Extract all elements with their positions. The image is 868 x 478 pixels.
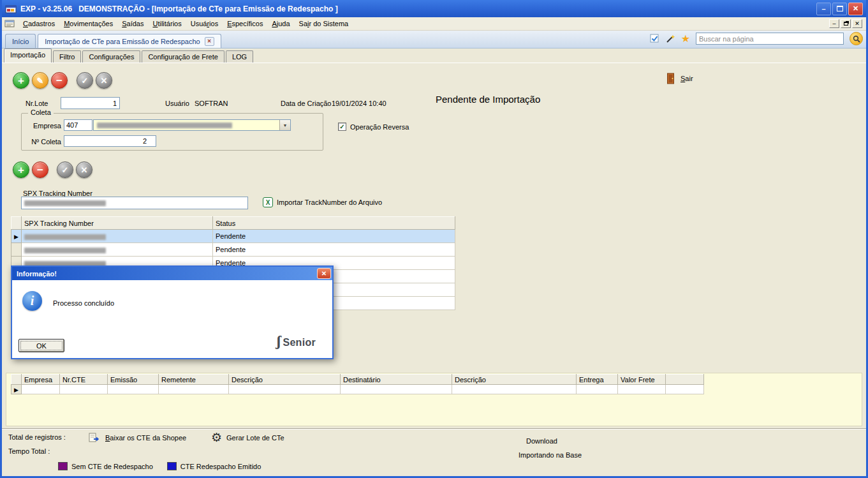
delete-tracking-button[interactable]: − bbox=[32, 161, 48, 178]
minimize-icon: – bbox=[821, 5, 825, 13]
menu-item[interactable]: Sair do Sistema bbox=[295, 18, 353, 29]
cte-cell bbox=[60, 385, 108, 394]
menu-item[interactable]: Cadastros bbox=[18, 18, 59, 29]
confirm-tracking-button[interactable]: ✓ bbox=[57, 161, 73, 178]
redacted-tracking-number bbox=[24, 234, 106, 240]
subtab-strip: ImportaçãoFiltroConfiguraçõesConfiguraçã… bbox=[2, 49, 866, 63]
edit-lote-button[interactable]: ✎ bbox=[32, 72, 48, 89]
close-button[interactable]: ✕ bbox=[848, 3, 863, 15]
search-icon[interactable] bbox=[850, 32, 863, 45]
menu-item[interactable]: Saídas bbox=[117, 18, 148, 29]
import-tracknumber-link[interactable]: X Importar TrackNumber do Arquivo bbox=[263, 197, 382, 207]
cancel-lote-button[interactable]: ✕ bbox=[96, 72, 112, 89]
empresa-combobox[interactable]: ▼ bbox=[93, 119, 291, 131]
title-bar: EXP - v3.25.06 DEMONSTRAÇÃO - [Importaçã… bbox=[2, 0, 866, 17]
column-header[interactable]: Valor Frete bbox=[618, 375, 666, 385]
column-header[interactable]: Descrição bbox=[229, 375, 341, 385]
subtab-log[interactable]: LOG bbox=[226, 50, 253, 63]
operacao-reversa-checkbox[interactable]: ✓ Operação Reversa bbox=[338, 123, 409, 131]
row-gutter: ▶ bbox=[11, 385, 22, 394]
spx-tracking-input[interactable] bbox=[21, 197, 248, 209]
legend-item: CTE Redespacho Emitido bbox=[167, 462, 261, 470]
maximize-icon bbox=[837, 6, 843, 11]
usuario-label: Usuário bbox=[165, 100, 189, 107]
column-header[interactable]: Status bbox=[213, 217, 455, 230]
plus-icon: + bbox=[18, 75, 24, 86]
minimize-button[interactable]: – bbox=[816, 3, 831, 15]
combo-dropdown-button[interactable]: ▼ bbox=[279, 120, 290, 130]
mdi-restore-button[interactable] bbox=[841, 19, 851, 28]
row-gutter bbox=[11, 243, 22, 257]
window-title: EXP - v3.25.06 DEMONSTRAÇÃO - [Importaçã… bbox=[20, 4, 813, 13]
exit-button-label: Sair bbox=[680, 75, 693, 82]
excel-import-icon: X bbox=[263, 197, 273, 207]
column-header[interactable]: Destinatário bbox=[341, 375, 452, 385]
x-icon: ✕ bbox=[101, 77, 108, 85]
subtab-configura-o-de-frete[interactable]: Configuração de Frete bbox=[142, 50, 224, 63]
nr-lote-input[interactable] bbox=[61, 97, 120, 109]
pencil-icon: ✎ bbox=[37, 77, 44, 85]
menu-bar: CadastrosMovimentaçõesSaídasUtilitáriosU… bbox=[2, 17, 866, 31]
check-icon: ✓ bbox=[339, 124, 344, 130]
dialog-title-bar[interactable]: Informação! ✕ bbox=[12, 267, 332, 280]
maximize-button[interactable] bbox=[832, 3, 847, 15]
cte-cell bbox=[108, 385, 159, 394]
menu-item[interactable]: Utilitários bbox=[148, 18, 186, 29]
subtab-filtro[interactable]: Filtro bbox=[53, 50, 81, 63]
cte-cell bbox=[666, 385, 704, 394]
menu-item[interactable]: Ajuda bbox=[267, 18, 294, 29]
wand-icon[interactable] bbox=[665, 34, 675, 44]
cte-cell bbox=[22, 385, 60, 394]
mdi-close-button[interactable]: ✕ bbox=[852, 19, 862, 28]
legend-label: Sem CTE de Redespacho bbox=[71, 463, 153, 470]
menu-item[interactable]: Movimentações bbox=[59, 18, 117, 29]
cte-row-empty[interactable]: ▶ bbox=[11, 385, 704, 394]
tracking-row[interactable]: Pendente bbox=[11, 243, 455, 257]
check-icon: ✓ bbox=[82, 77, 89, 85]
mdi-minimize-button[interactable]: – bbox=[829, 19, 839, 28]
cte-table-header: EmpresaNr.CTEEmissãoRemetenteDescriçãoDe… bbox=[11, 375, 704, 385]
column-header[interactable]: Emissão bbox=[108, 375, 159, 385]
column-header[interactable]: SPX Tracking Number bbox=[22, 217, 213, 230]
nr-coleta-input[interactable] bbox=[64, 135, 156, 147]
exit-button[interactable]: Sair bbox=[666, 73, 693, 84]
column-header[interactable]: Empresa bbox=[22, 375, 60, 385]
page-search-input[interactable] bbox=[696, 33, 844, 45]
column-header[interactable]: Entrega bbox=[577, 375, 618, 385]
cte-cell bbox=[452, 385, 577, 394]
subtab-configura-es[interactable]: Configurações bbox=[82, 50, 140, 63]
confirm-lote-button[interactable]: ✓ bbox=[77, 72, 93, 89]
gerar-lote-button[interactable]: ⚙ Gerar Lote de CTe bbox=[211, 431, 284, 444]
plus-icon: + bbox=[18, 165, 24, 176]
empresa-code-input[interactable] bbox=[64, 119, 92, 131]
close-icon: ✕ bbox=[855, 21, 860, 27]
menu-item[interactable]: Específicos bbox=[223, 18, 267, 29]
tracking-number-cell bbox=[22, 243, 213, 257]
column-header[interactable]: Nr.CTE bbox=[60, 375, 108, 385]
checkbox-box: ✓ bbox=[338, 123, 346, 131]
restore-icon bbox=[844, 22, 848, 26]
add-tracking-button[interactable]: + bbox=[13, 161, 29, 178]
legend-swatch bbox=[58, 462, 68, 470]
cte-cell bbox=[229, 385, 341, 394]
tracking-row[interactable]: ▶Pendente bbox=[11, 230, 455, 243]
menu-item[interactable]: Usuários bbox=[186, 18, 223, 29]
menu-items: CadastrosMovimentaçõesSaídasUtilitáriosU… bbox=[18, 18, 353, 29]
delete-lote-button[interactable]: − bbox=[51, 72, 68, 89]
column-header[interactable]: Descrição bbox=[452, 375, 577, 385]
legend-swatch bbox=[167, 462, 177, 470]
favorites-star-icon[interactable]: ★ bbox=[681, 34, 690, 44]
close-icon: ✕ bbox=[853, 4, 858, 13]
tab-bar-tools: ★ bbox=[650, 32, 863, 48]
add-lote-button[interactable]: + bbox=[13, 72, 29, 89]
tab-close-button[interactable]: ✕ bbox=[205, 37, 214, 46]
ok-button[interactable]: OK bbox=[18, 339, 64, 352]
tab-importacao-cte[interactable]: Importação de CTe para Emissão de Redesp… bbox=[38, 34, 221, 48]
subtab-importa-o[interactable]: Importação bbox=[4, 49, 52, 63]
tab-inicio[interactable]: Início bbox=[5, 34, 36, 48]
column-header[interactable]: Remetente bbox=[159, 375, 229, 385]
dialog-close-button[interactable]: ✕ bbox=[317, 268, 331, 279]
baixar-cte-button[interactable]: Baixar os CTE da Shopee bbox=[89, 432, 186, 443]
cancel-tracking-button[interactable]: ✕ bbox=[76, 161, 92, 178]
checkbox-icon[interactable] bbox=[650, 34, 659, 43]
